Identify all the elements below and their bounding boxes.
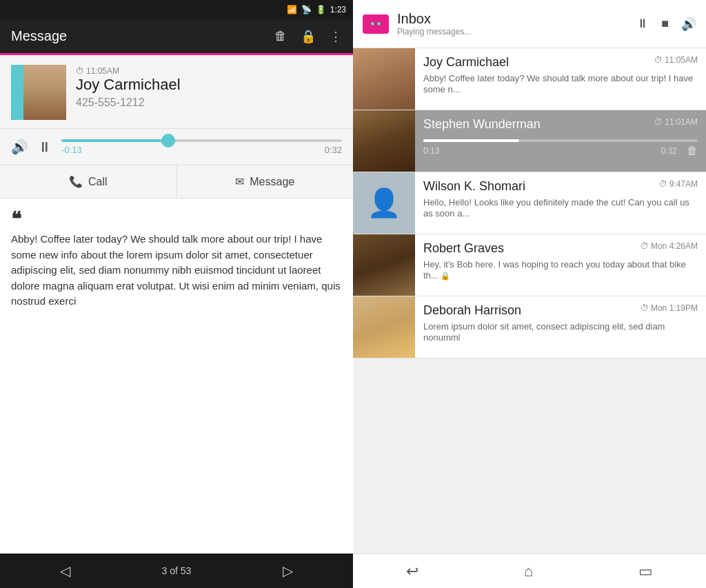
page-title: Message [11,28,274,44]
inbox-content-wilson: Wilson K. Shomari ⏱ 9:47AM Hello, Hello!… [415,172,706,234]
message-icon: ✉ [235,175,244,188]
inbox-item-stephen[interactable]: Stephen Wunderman ⏱ 11:01AM 0:13 0:32 🗑 [353,110,706,172]
inbox-icon: 👓 [363,14,389,34]
player-controls: 🔊 ⏸ -0:13 0:32 [11,139,342,155]
inbox-photo-stephen [353,110,415,172]
progress-track[interactable] [61,139,342,142]
battery-icon: 🔋 [316,5,326,14]
right-toolbar: 👓 Inbox Playing messages... ⏸ ■ 🔊 [353,0,706,48]
inbox-photo-joy [353,48,415,110]
message-body: ❝ Abby! Coffee later today? We should ta… [0,199,353,554]
inbox-item-joy[interactable]: Joy Carmichael ⏱ 11:05AM Abby! Coffee la… [353,48,706,110]
clock-icon-wilson: ⏱ [659,179,667,189]
call-label: Call [88,176,108,188]
right-panel: 👓 Inbox Playing messages... ⏸ ■ 🔊 Joy Ca… [353,0,706,588]
time-current: -0:13 [61,145,82,155]
recent-nav-button[interactable]: ▭ [638,562,653,580]
left-toolbar: Message 🗑 🔒 ⋮ [0,19,353,55]
right-toolbar-icons: ⏸ ■ 🔊 [636,17,696,32]
active-progress-fill [423,139,519,142]
lock-icon[interactable]: 🔒 [301,29,316,44]
inbox-name-robert: Robert Graves [423,241,504,256]
inbox-header-joy: Joy Carmichael ⏱ 11:05AM [423,55,698,70]
inbox-preview-joy: Abby! Coffee later today? We should talk… [423,73,698,97]
inbox-header-robert: Robert Graves ⏱ Mon 4:26AM [423,241,698,256]
active-time-current: 0:13 [423,146,657,156]
glasses-icon: 👓 [369,17,383,30]
quote-mark: ❝ [11,208,21,230]
inbox-name-stephen: Stephen Wunderman [423,117,541,132]
inbox-preview-robert: Hey, it's Bob here. I was hoping to reac… [423,259,698,283]
inbox-item-robert[interactable]: Robert Graves ⏱ Mon 4:26AM Hey, it's Bob… [353,234,706,296]
progress-fill [61,139,168,142]
right-bottom-nav: ↩ ⌂ ▭ [353,554,706,588]
message-text: Abby! Coffee later today? We should talk… [11,232,342,310]
inbox-item-deborah[interactable]: Deborah Harrison ⏱ Mon 1:19PM Lorem ipsu… [353,296,706,358]
contact-phone: 425-555-1212 [76,97,342,109]
bottom-nav: ◁ 3 of 53 ▷ [0,554,353,588]
inbox-time-joy: ⏱ 11:05AM [654,55,698,65]
inbox-time-deborah: ⏱ Mon 1:19PM [641,303,698,313]
pause-icon[interactable]: ⏸ [636,17,649,31]
inbox-header-wilson: Wilson K. Shomari ⏱ 9:47AM [423,179,698,194]
inbox-subtitle: Playing messages... [397,27,628,37]
inbox-list: Joy Carmichael ⏱ 11:05AM Abby! Coffee la… [353,48,706,554]
call-button[interactable]: 📞 Call [0,165,177,198]
call-icon: 📞 [69,175,83,188]
clock-icon-deborah: ⏱ [641,303,649,313]
avatar-icon-wilson: 👤 [367,187,401,219]
toolbar-icons: 🗑 🔒 ⋮ [274,29,342,44]
inbox-photo-robert [353,234,415,296]
wilson-placeholder: 👤 [353,172,415,234]
active-progress-track[interactable] [423,139,698,142]
home-nav-button[interactable]: ⌂ [524,562,533,580]
progress-thumb[interactable] [161,134,175,148]
inbox-content-joy: Joy Carmichael ⏱ 11:05AM Abby! Coffee la… [415,48,706,110]
inbox-name-joy: Joy Carmichael [423,55,509,70]
action-buttons: 📞 Call ✉ Message [0,165,353,199]
clock-icon-stephen: ⏱ [654,117,663,127]
time-display: 1:23 [330,5,346,14]
more-icon[interactable]: ⋮ [330,29,342,44]
inbox-header-stephen: Stephen Wunderman ⏱ 11:01AM [423,117,698,132]
inbox-header-deborah: Deborah Harrison ⏱ Mon 1:19PM [423,303,698,318]
status-bar: 📶 📡 🔋 1:23 [0,0,353,19]
progress-container[interactable]: -0:13 0:32 [61,139,342,155]
volume-icon[interactable]: 🔊 [681,17,696,32]
inbox-preview-deborah: Lorem ipsum dolor sit amet, consect adip… [423,321,698,345]
player-section: 🔊 ⏸ -0:13 0:32 [0,129,353,165]
inbox-item-wilson[interactable]: 👤 Wilson K. Shomari ⏱ 9:47AM Hello, Hell… [353,172,706,234]
inbox-content-deborah: Deborah Harrison ⏱ Mon 1:19PM Lorem ipsu… [415,296,706,358]
clock-icon-joy: ⏱ [654,55,663,65]
inbox-time-robert: ⏱ Mon 4:26AM [641,241,698,251]
trash-icon-stephen[interactable]: 🗑 [687,145,698,157]
time-total: 0:32 [325,145,342,155]
active-time-total: 0:32 [661,146,677,156]
message-label: Message [250,176,294,188]
inbox-time-wilson: ⏱ 9:47AM [659,179,698,189]
clock-icon-robert: ⏱ [641,241,649,251]
progress-labels: -0:13 0:32 [61,145,342,155]
stop-icon[interactable]: ■ [661,17,669,31]
inbox-name-deborah: Deborah Harrison [423,303,521,318]
inbox-photo-wilson: 👤 [353,172,415,234]
delete-icon[interactable]: 🗑 [274,29,287,43]
message-button[interactable]: ✉ Message [177,165,354,198]
back-button[interactable]: ◁ [60,562,70,579]
back-nav-button[interactable]: ↩ [406,562,418,580]
volume-button[interactable]: 🔊 [11,139,28,155]
contact-name: Joy Carmichael [76,76,342,94]
inbox-preview-wilson: Hello, Hello! Looks like you definitely … [423,197,698,221]
inbox-title-group: Inbox Playing messages... [397,11,628,37]
pagination: 3 of 53 [162,565,192,576]
contact-time: ⏱ 11:05AM [76,66,342,76]
contact-photo [11,65,66,120]
wifi-icon: 📶 [287,5,297,14]
inbox-name-wilson: Wilson K. Shomari [423,179,525,194]
forward-button[interactable]: ▷ [283,562,293,579]
contact-card: ⏱ 11:05AM Joy Carmichael 425-555-1212 [0,55,353,129]
contact-info: ⏱ 11:05AM Joy Carmichael 425-555-1212 [76,65,342,109]
pause-button[interactable]: ⏸ [38,139,52,155]
lock-icon-robert: 🔒 [441,272,450,280]
signal-icon: 📡 [301,5,312,14]
